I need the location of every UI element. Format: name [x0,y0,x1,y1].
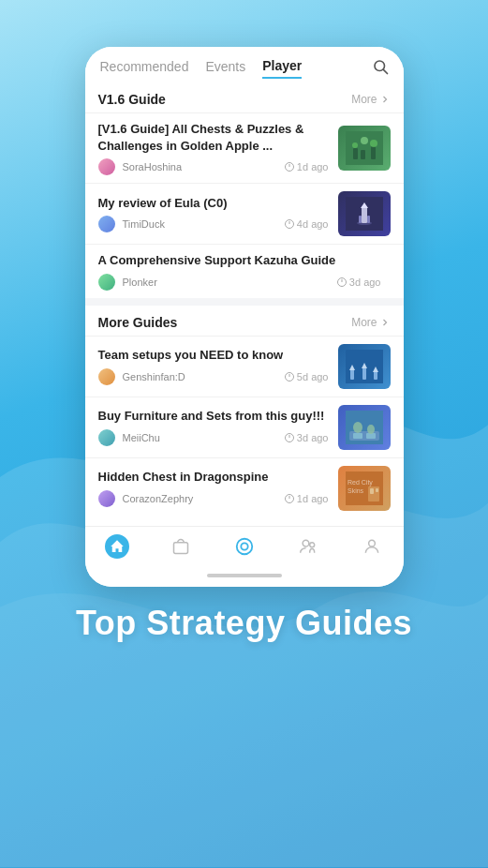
avatar-4 [98,368,115,385]
clock-icon-2 [285,219,294,229]
guide-info-5: Buy Furniture and Sets from this guy!!! … [98,408,329,445]
svg-rect-34 [173,542,187,553]
svg-text:Red City: Red City [348,479,373,486]
username-1: SoraHoshina [123,161,183,172]
guide-title-3: A Comprehensive Support Kazuha Guide [98,252,381,269]
community-icon [296,534,320,559]
guide-title-1: [V1.6 Guide] All Chests & Puzzles & Chal… [98,121,329,155]
svg-point-36 [241,543,247,549]
guide-meta-1: SoraHoshina 1d ago [98,158,329,175]
tab-player[interactable]: Player [262,58,302,79]
time-4: 5d ago [285,371,329,382]
section-more-v16[interactable]: More [351,93,390,106]
avatar-6 [98,490,115,507]
avatar-3 [98,274,115,291]
time-1: 1d ago [285,161,329,172]
guide-item-2[interactable]: My review of Eula (C0) TimiDuck 4d ago [85,183,404,244]
svg-rect-14 [367,216,370,223]
guide-item-6[interactable]: Hidden Chest in Dragonspine CorazonZephr… [85,457,404,518]
guide-title-5: Buy Furniture and Sets from this guy!!! [98,408,329,425]
search-icon[interactable] [372,58,389,79]
guide-title-4: Team setups you NEED to know [98,347,329,364]
nav-community[interactable] [296,534,320,559]
guide-info-2: My review of Eula (C0) TimiDuck 4d ago [98,195,329,232]
avatar-1 [98,158,115,175]
section-title-v16: V1.6 Guide [98,92,166,107]
guide-meta-5: MeiiChu 3d ago [98,429,329,446]
svg-rect-33 [376,488,378,492]
svg-point-39 [368,540,375,546]
clock-icon-4 [285,372,294,382]
phone-bottom [85,568,404,587]
section-title-more: More Guides [98,315,178,330]
guide-info-6: Hidden Chest in Dragonspine CorazonZephr… [98,469,329,506]
username-2: TimiDuck [123,218,165,230]
guide-item-4[interactable]: Team setups you NEED to know Genshinfan:… [85,336,404,397]
nav-store[interactable] [169,534,193,559]
svg-point-3 [361,137,368,144]
svg-rect-24 [353,433,362,439]
svg-line-1 [383,69,387,73]
svg-text:Skins: Skins [348,487,364,494]
guide-info-1: [V1.6 Guide] All Chests & Puzzles & Chal… [98,121,329,175]
time-5: 3d ago [285,432,329,443]
guide-meta-6: CorazonZephry 1d ago [98,490,329,507]
guide-item-5[interactable]: Buy Furniture and Sets from this guy!!! … [85,397,404,457]
guide-item-3[interactable]: A Comprehensive Support Kazuha Guide Plo… [85,244,404,297]
feed-icon [232,534,257,559]
guide-thumb-4 [338,344,391,389]
svg-rect-6 [371,146,376,159]
nav-feed[interactable] [232,534,257,559]
avatar-2 [98,216,115,232]
username-5: MeiiChu [123,432,160,443]
clock-icon-3 [337,277,347,287]
section-more-more[interactable]: More [351,316,390,329]
svg-point-35 [236,538,252,554]
svg-point-8 [370,140,377,147]
profile-icon [360,534,384,559]
guide-title-6: Hidden Chest in Dragonspine [98,469,329,486]
guide-item-1[interactable]: [V1.6 Guide] All Chests & Puzzles & Chal… [85,112,404,183]
tab-recommended[interactable]: Recommended [100,59,189,78]
svg-point-26 [353,422,362,433]
guide-meta-3: Plonker 3d ago [98,274,381,291]
time-3: 3d ago [337,277,381,288]
guide-info-3: A Comprehensive Support Kazuha Guide Plo… [98,252,381,290]
time-6: 1d ago [285,493,329,504]
section-more-guides: More Guides More Team setups you NEED to… [85,306,404,518]
svg-point-37 [303,540,309,546]
guide-thumb-6: Red City Skins [338,466,391,511]
bottom-title-container: Top Strategy Guides [76,604,412,643]
content-area: V1.6 Guide More [V1.6 Guide] All Chests … [85,82,404,518]
svg-point-38 [309,542,314,546]
svg-rect-5 [361,150,365,159]
phone-frame: Recommended Events Player V1.6 Guide Mor… [85,47,404,587]
svg-rect-32 [370,488,374,494]
guide-thumb-5 [338,405,391,450]
clock-icon-5 [285,433,294,442]
guide-meta-4: Genshinfan:D 5d ago [98,368,329,385]
section-v16-guide: V1.6 Guide More [V1.6 Guide] All Chests … [85,82,404,298]
guide-thumb-2 [338,191,391,236]
svg-rect-13 [359,216,362,223]
clock-icon-1 [285,162,294,172]
guide-meta-2: TimiDuck 4d ago [98,216,329,232]
nav-home[interactable] [105,534,129,559]
store-icon [169,534,193,559]
guide-info-4: Team setups you NEED to know Genshinfan:… [98,347,329,384]
username-6: CorazonZephry [123,493,194,504]
username-3: Plonker [123,277,157,288]
clock-icon-6 [285,494,294,503]
svg-rect-4 [353,148,358,159]
section-header-v16: V1.6 Guide More [85,82,404,112]
bottom-nav [85,526,404,568]
bottom-title: Top Strategy Guides [76,604,412,643]
svg-rect-18 [362,367,366,380]
svg-point-27 [367,425,375,434]
nav-profile[interactable] [360,534,384,559]
username-4: Genshinfan:D [123,371,185,382]
tab-events[interactable]: Events [205,59,245,78]
svg-rect-2 [346,131,383,165]
tab-bar: Recommended Events Player [85,47,404,82]
time-2: 4d ago [285,218,329,230]
